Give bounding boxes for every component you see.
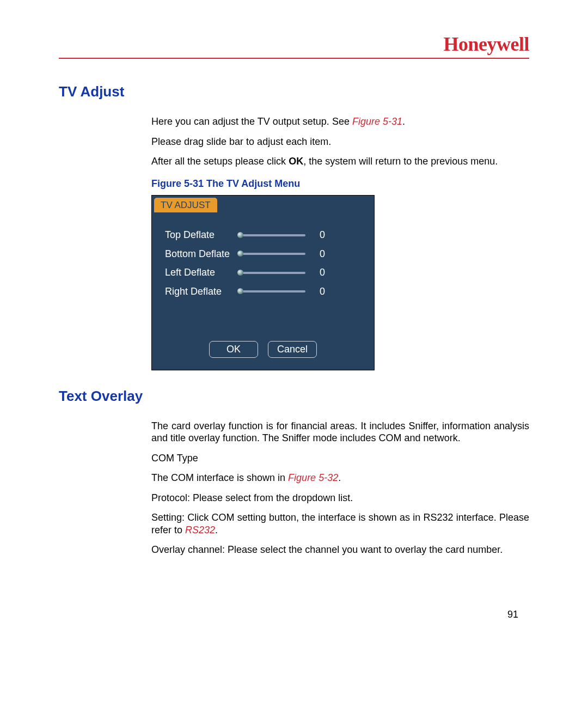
slider-track[interactable] [240,272,305,274]
tv-adjust-menu: TV ADJUST Top Deflate 0 Bottom Deflate 0… [151,195,375,370]
slider-right-deflate: Right Deflate 0 [165,285,361,298]
slider-thumb[interactable] [237,270,243,276]
slider-thumb[interactable] [237,251,243,257]
page-header: Honeywell [59,33,529,59]
slider-label: Top Deflate [165,229,240,241]
slider-left-deflate: Left Deflate 0 [165,266,361,279]
text-overlay-p6: Overlay channel: Please select the chann… [151,544,529,556]
page-number: 91 [507,609,518,620]
tv-adjust-p3: After all the setups please click OK, th… [151,155,529,168]
slider-thumb[interactable] [237,232,243,238]
brand-logo: Honeywell [444,33,529,56]
figure-ref-5-32: Figure 5-32 [288,472,338,483]
slider-top-deflate: Top Deflate 0 [165,229,361,241]
tv-adjust-p2: Please drag slide bar to adjust each ite… [151,136,529,148]
figure-ref-5-31: Figure 5-31 [352,116,402,127]
slider-track[interactable] [240,253,305,255]
section-text-overlay: Text Overlay The card overlay function i… [59,388,529,556]
slider-value: 0 [314,285,325,298]
slider-track[interactable] [240,234,305,236]
slider-value: 0 [314,229,325,241]
menu-tab: TV ADJUST [154,198,217,212]
slider-value: 0 [314,266,325,279]
cancel-button[interactable]: Cancel [268,341,317,358]
slider-label: Bottom Deflate [165,248,240,260]
slider-label: Left Deflate [165,266,240,279]
text-overlay-p2: COM Type [151,452,529,465]
slider-label: Right Deflate [165,285,240,298]
ok-button[interactable]: OK [209,341,258,358]
text-overlay-p5: Setting: Click COM setting button, the i… [151,511,529,536]
figure-caption: Figure 5-31 The TV Adjust Menu [151,178,529,190]
tv-adjust-heading: TV Adjust [59,83,529,100]
tv-adjust-p1: Here you can adjust the TV output setup.… [151,115,529,128]
text-overlay-p1: The card overlay function is for financi… [151,420,529,444]
text-overlay-p4: Protocol: Please select from the dropdow… [151,492,529,504]
section-tv-adjust: TV Adjust Here you can adjust the TV out… [59,83,529,370]
slider-thumb[interactable] [237,288,243,294]
slider-bottom-deflate: Bottom Deflate 0 [165,248,361,260]
slider-value: 0 [314,248,325,260]
rs232-ref: RS232 [185,525,215,535]
text-overlay-heading: Text Overlay [59,388,529,405]
text-overlay-p3: The COM interface is shown in Figure 5-3… [151,472,529,484]
slider-track[interactable] [240,290,305,292]
